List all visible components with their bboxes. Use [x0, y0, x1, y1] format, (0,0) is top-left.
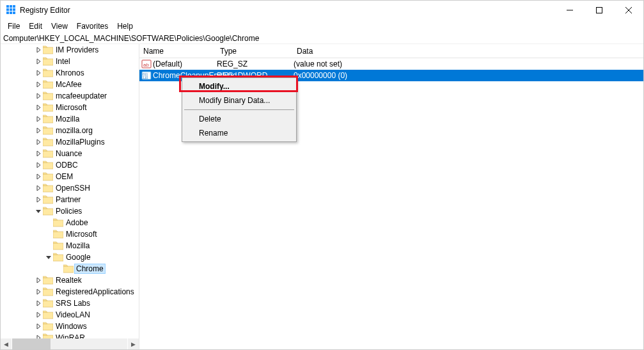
tree-item[interactable]: mcafeeupdater — [1, 90, 139, 102]
folder-icon — [43, 45, 53, 54]
app-icon — [6, 4, 16, 17]
tree-item[interactable]: Chrome — [1, 263, 139, 274]
chevron-right-icon[interactable] — [34, 58, 43, 65]
chevron-down-icon[interactable] — [44, 254, 53, 260]
column-header-name[interactable]: Name — [139, 45, 216, 58]
tree-item[interactable]: Adobe — [1, 217, 139, 228]
tree-item[interactable]: McAfee — [1, 79, 139, 90]
tree-item[interactable]: Realtek — [1, 274, 139, 286]
list-pane[interactable]: Name Type Data ab(Default)REG_SZ(value n… — [139, 44, 643, 349]
chevron-right-icon[interactable] — [34, 277, 43, 283]
minimize-button[interactable] — [555, 1, 585, 20]
chevron-right-icon[interactable] — [34, 162, 43, 168]
tree-item-label: mozilla.org — [54, 126, 94, 135]
tree-item-label: Policies — [54, 207, 83, 216]
value-data: 0x00000000 (0) — [294, 71, 643, 80]
tree-pane[interactable]: IM ProvidersIntelKhronosMcAfeemcafeeupda… — [1, 44, 139, 349]
tree-item-label: Intel — [54, 57, 72, 66]
svg-rect-10 — [597, 8, 602, 13]
chevron-right-icon[interactable] — [34, 185, 43, 191]
chevron-right-icon[interactable] — [34, 300, 43, 306]
context-modify[interactable]: Modify... — [184, 79, 295, 93]
chevron-down-icon[interactable] — [34, 208, 43, 214]
folder-icon — [43, 184, 53, 193]
tree-item-label: McAfee — [54, 80, 83, 89]
tree-item[interactable]: Mozilla — [1, 113, 139, 125]
folder-icon — [43, 103, 53, 112]
tree-item-label: MozillaPlugins — [54, 138, 106, 147]
maximize-button[interactable] — [585, 1, 614, 20]
tree-item[interactable]: Google — [1, 251, 139, 263]
tree-item[interactable]: RegisteredApplications — [1, 286, 139, 298]
context-delete[interactable]: Delete — [184, 112, 295, 126]
tree-item[interactable]: IM Providers — [1, 44, 139, 56]
tree-list: IM ProvidersIntelKhronosMcAfeemcafeeupda… — [1, 44, 139, 344]
menu-edit[interactable]: Edit — [24, 20, 47, 32]
tree-item-label: Khronos — [54, 68, 86, 77]
chevron-right-icon[interactable] — [34, 196, 43, 203]
chevron-right-icon[interactable] — [34, 81, 43, 88]
column-header-type[interactable]: Type — [216, 45, 293, 58]
tree-item[interactable]: VideoLAN — [1, 309, 139, 321]
address-bar[interactable]: Computer\HKEY_LOCAL_MACHINE\SOFTWARE\Pol… — [1, 33, 643, 44]
tree-item[interactable]: OpenSSH — [1, 182, 139, 194]
list-row[interactable]: ab(Default)REG_SZ(value not set) — [139, 58, 643, 70]
tree-item-label: Chrome — [75, 264, 105, 273]
chevron-right-icon[interactable] — [34, 312, 43, 318]
tree-item[interactable]: mozilla.org — [1, 125, 139, 136]
tree-item[interactable]: Microsoft — [1, 102, 139, 113]
svg-rect-4 — [10, 8, 12, 11]
tree-item[interactable]: Mozilla — [1, 240, 139, 251]
context-modify-binary[interactable]: Modify Binary Data... — [184, 93, 295, 107]
folder-icon — [43, 68, 53, 77]
svg-rect-3 — [6, 8, 9, 11]
close-button[interactable] — [614, 1, 643, 20]
svg-rect-8 — [13, 12, 15, 14]
tree-item[interactable]: Khronos — [1, 67, 139, 79]
string-value-icon: ab — [141, 59, 152, 69]
tree-item[interactable]: OEM — [1, 171, 139, 182]
tree-item[interactable]: Windows — [1, 321, 139, 332]
tree-item[interactable]: ODBC — [1, 159, 139, 171]
svg-text:110: 110 — [143, 76, 148, 79]
chevron-right-icon[interactable] — [34, 173, 43, 180]
tree-item-label: Microsoft — [54, 103, 88, 112]
tree-item[interactable]: MozillaPlugins — [1, 136, 139, 148]
tree-item-label: Mozilla — [54, 115, 81, 123]
tree-item-label: mcafeeupdater — [54, 91, 108, 100]
chevron-right-icon[interactable] — [34, 323, 43, 330]
menu-file[interactable]: File — [3, 20, 24, 32]
dword-value-icon: 011110 — [141, 70, 152, 81]
chevron-right-icon[interactable] — [34, 139, 43, 145]
tree-item[interactable]: SRS Labs — [1, 298, 139, 309]
value-name: (Default) — [153, 60, 182, 68]
menu-view[interactable]: View — [47, 20, 72, 32]
chevron-right-icon[interactable] — [34, 127, 43, 134]
column-header-data[interactable]: Data — [293, 45, 643, 58]
chevron-right-icon[interactable] — [34, 70, 43, 76]
tree-item[interactable]: Policies — [1, 205, 139, 217]
scrollbar-track[interactable] — [12, 338, 128, 349]
tree-item[interactable]: Partner — [1, 194, 139, 205]
chevron-right-icon[interactable] — [34, 104, 43, 111]
scroll-right-icon[interactable]: ▶ — [128, 338, 139, 349]
tree-item[interactable]: Microsoft — [1, 228, 139, 240]
menu-favorites[interactable]: Favorites — [72, 20, 113, 32]
svg-rect-7 — [10, 12, 12, 14]
tree-item[interactable]: Intel — [1, 56, 139, 67]
scroll-left-icon[interactable]: ◀ — [1, 338, 12, 349]
chevron-right-icon[interactable] — [34, 150, 43, 157]
tree-item-label: RegisteredApplications — [54, 287, 136, 296]
tree-item-label: Microsoft — [65, 230, 98, 239]
chevron-right-icon[interactable] — [34, 93, 43, 99]
tree-scrollbar[interactable]: ◀ ▶ — [1, 338, 139, 349]
menu-help[interactable]: Help — [113, 20, 137, 32]
chevron-right-icon[interactable] — [34, 289, 43, 295]
chevron-right-icon[interactable] — [34, 116, 43, 122]
folder-icon — [53, 241, 63, 250]
context-separator — [184, 109, 294, 110]
chevron-right-icon[interactable] — [34, 47, 43, 53]
context-rename[interactable]: Rename — [184, 126, 295, 140]
scrollbar-thumb[interactable] — [12, 338, 51, 349]
tree-item[interactable]: Nuance — [1, 148, 139, 159]
